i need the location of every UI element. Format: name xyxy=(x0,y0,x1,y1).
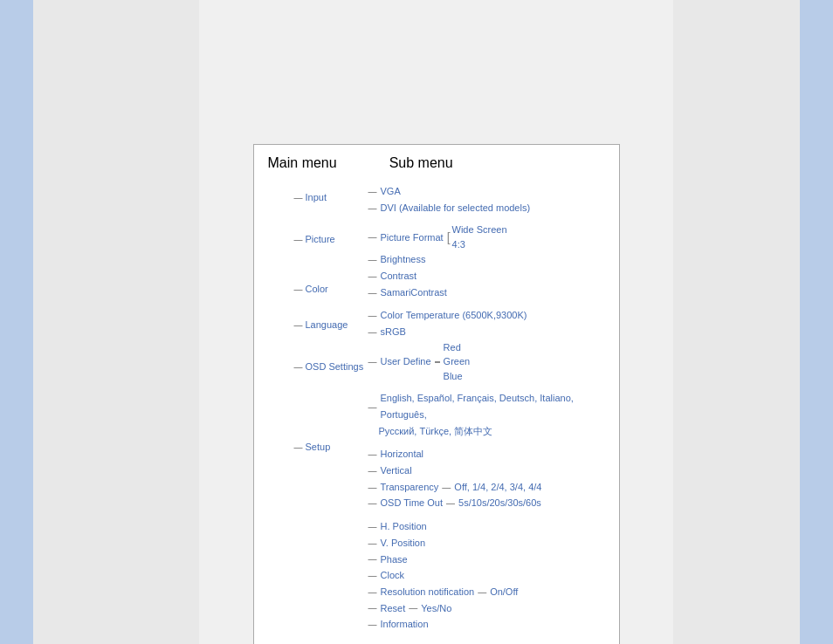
sub-menu-header: Sub menu xyxy=(389,155,453,171)
inner-right xyxy=(673,0,800,644)
setup-resolution: — Resolution notification — On/Off xyxy=(368,584,605,600)
picture-contrast: — Contrast xyxy=(368,268,605,284)
side-panel-left xyxy=(0,0,33,644)
setup-information: — Information xyxy=(368,616,605,633)
setup-items: — H. Position — V. Position — Phase — Cl… xyxy=(368,518,605,633)
osd-label-row: — OSD Settings xyxy=(294,339,368,394)
bracket-open-picture: [ xyxy=(447,231,451,243)
picture-samaricontrast: — SamariContrast xyxy=(368,284,605,301)
language-items: — English, Español, Français, Deutsch, I… xyxy=(368,390,605,439)
osd-horizontal: — Horizontal xyxy=(368,446,605,462)
language-label-row: — Language xyxy=(294,311,368,339)
setup-phase: — Phase xyxy=(368,552,605,568)
picture-items: — Picture Format [ Wide Screen 4:3 — Bri… xyxy=(368,223,605,300)
picture-brightness: — Brightness xyxy=(368,251,605,268)
setup-label: Setup xyxy=(306,442,331,452)
color-label-row: — Color xyxy=(294,267,368,311)
color-temp: — Color Temperature (6500K,9300K) xyxy=(368,307,605,324)
input-label: Input xyxy=(306,192,327,202)
color-items: — Color Temperature (6500K,9300K) — sRGB… xyxy=(368,307,605,383)
setup-reset: — Reset — Yes/No xyxy=(368,600,605,617)
osd-time-out: — OSD Time Out — 5s/10s/20s/30s/60s xyxy=(368,495,605,511)
color-srgb: — sRGB xyxy=(368,324,605,340)
main-menu-column: — Input — Picture — Color — Language xyxy=(294,183,368,633)
inner-left xyxy=(33,0,199,644)
picture-label: Picture xyxy=(306,234,335,244)
main-content: Main menu Sub menu — Input — Picture xyxy=(199,0,673,644)
input-dvi: — DVI (Available for selected models) xyxy=(368,200,605,216)
osd-items: — Horizontal — Vertical — Transparency —… xyxy=(368,446,605,511)
user-define-options: Red Green Blue xyxy=(444,340,471,384)
menu-body: — Input — Picture — Color — Language xyxy=(268,183,605,633)
language-label: Language xyxy=(306,319,348,330)
input-vga: — VGA xyxy=(368,183,605,200)
bracket-user-define xyxy=(435,361,442,363)
main-menu-header: Main menu xyxy=(268,155,337,171)
input-items: — VGA — DVI (Available for selected mode… xyxy=(368,183,605,216)
color-label: Color xyxy=(306,284,328,294)
picture-format: — Picture Format [ Wide Screen 4:3 xyxy=(368,223,605,251)
language-list-2: Русский, Türkçe, 简体中文 xyxy=(368,423,605,440)
setup-clock: — Clock xyxy=(368,567,605,584)
menu-table: Main menu Sub menu — Input — Picture xyxy=(253,144,620,644)
picture-label-row: — Picture xyxy=(294,211,368,267)
side-panel-right xyxy=(800,0,833,644)
osd-transparency: — Transparency — Off, 1/4, 2/4, 3/4, 4/4 xyxy=(368,479,605,496)
setup-h-position: — H. Position xyxy=(368,518,605,535)
sub-menu-column: — VGA — DVI (Available for selected mode… xyxy=(368,183,605,633)
color-user-define: — User Define Red Green Blue xyxy=(368,340,605,384)
language-list-1: — English, Español, Français, Deutsch, I… xyxy=(368,390,605,422)
osd-vertical: — Vertical xyxy=(368,462,605,479)
setup-label-row: — Setup xyxy=(294,394,368,499)
setup-v-position: — V. Position xyxy=(368,535,605,552)
osd-label: OSD Settings xyxy=(306,361,364,372)
picture-bracket-options: Wide Screen 4:3 xyxy=(452,223,507,251)
menu-header: Main menu Sub menu xyxy=(268,155,605,171)
input-label-row: — Input xyxy=(294,183,368,211)
